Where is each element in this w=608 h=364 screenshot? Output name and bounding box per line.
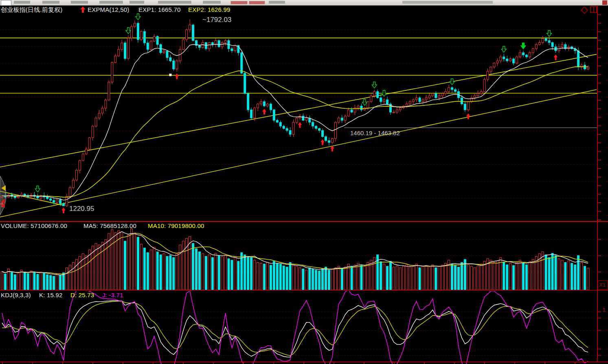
volume-bar	[244, 255, 246, 290]
volume-bar	[257, 263, 259, 290]
low-annotation: 1220.95	[69, 205, 94, 213]
volume-bar	[131, 229, 133, 290]
sell-signal-arrow-icon	[136, 14, 140, 20]
candle-body	[56, 200, 58, 202]
volume-bar	[532, 259, 534, 290]
volume-bar	[406, 265, 408, 290]
candle-body	[561, 44, 563, 47]
x1-badge[interactable]: X1	[599, 282, 606, 288]
volume-bar	[137, 237, 139, 290]
candle-body	[166, 51, 168, 57]
indicator-line	[2, 44, 588, 200]
volume-bar	[513, 265, 515, 290]
candle-body	[82, 154, 84, 160]
volume-bar	[101, 242, 103, 290]
candle-body	[121, 43, 123, 49]
candle-body	[140, 31, 142, 39]
volume-bar	[322, 269, 324, 290]
volume-bars[interactable]	[1, 229, 589, 290]
candle-body	[189, 25, 191, 30]
volume-bar	[234, 257, 236, 290]
candle-body	[399, 108, 401, 110]
trend-line[interactable]	[0, 90, 597, 217]
volume-bar	[496, 261, 498, 290]
candle-body	[496, 61, 498, 63]
buy-signal-arrow-icon	[466, 114, 470, 119]
candle-body	[435, 94, 437, 98]
trend-line[interactable]	[0, 191, 64, 206]
candle-body	[72, 180, 74, 187]
volume-bar	[17, 273, 19, 290]
candle-body	[14, 196, 16, 197]
chart-canvas[interactable]	[0, 0, 608, 364]
volume-bar	[224, 255, 226, 290]
volume-bar	[263, 264, 265, 290]
volume-bar	[108, 233, 110, 290]
candle-body	[370, 96, 372, 101]
volume-bar	[105, 239, 107, 290]
volume-bar	[173, 257, 175, 290]
candle-body	[92, 126, 94, 138]
candle-body	[542, 39, 544, 43]
volume-bar	[166, 257, 168, 290]
volume-bar	[506, 265, 508, 290]
volume-bar	[325, 267, 327, 290]
candle-body	[169, 57, 171, 61]
volume-bar	[334, 268, 336, 290]
candle-body	[192, 25, 194, 41]
volume-bar	[555, 256, 557, 290]
volume-bar	[192, 243, 194, 290]
volume-bar	[69, 265, 71, 290]
kdj-label: KDJ(9,3,3)	[1, 292, 31, 298]
volume-bar	[503, 263, 505, 290]
candle-body	[95, 118, 97, 126]
candle-body	[266, 104, 268, 106]
volume-bar	[59, 275, 61, 290]
volume-bar	[351, 266, 353, 290]
volume-bar	[205, 257, 207, 290]
volume-bar	[571, 263, 573, 290]
volume-bar	[147, 252, 149, 290]
volume-bar	[43, 273, 45, 290]
candles[interactable]	[1, 19, 589, 207]
volume-bar	[302, 269, 304, 290]
candle-body	[50, 199, 52, 200]
candle-body	[522, 53, 524, 55]
volume-bar	[24, 272, 26, 290]
volume-bar	[561, 260, 563, 290]
candle-body	[448, 88, 450, 92]
volume-bar	[493, 263, 495, 290]
volume-bar	[438, 266, 440, 290]
volume-bar	[516, 263, 518, 290]
volume-bar	[577, 256, 579, 290]
volume-bar	[286, 267, 288, 290]
volume-bar	[140, 244, 142, 290]
candle-body	[529, 53, 531, 57]
candle-body	[205, 42, 207, 48]
diamond-icon[interactable]	[581, 7, 588, 13]
volume-bar	[422, 266, 424, 290]
volume-bar	[254, 260, 256, 290]
candle-body	[477, 94, 479, 96]
volume-bar	[328, 270, 330, 290]
candle-body	[406, 104, 408, 106]
quick-nav-widget[interactable]	[0, 176, 6, 215]
volume-bar	[367, 263, 369, 290]
volume-bar	[231, 260, 233, 290]
candle-body	[373, 92, 375, 96]
volume-bar	[477, 265, 479, 290]
candle-body	[85, 149, 87, 154]
volume-bar	[176, 254, 178, 290]
candle-body	[244, 73, 246, 94]
volume-bar	[14, 275, 16, 290]
candle-body	[211, 42, 213, 44]
candle-body	[273, 110, 275, 121]
candle-body	[114, 56, 116, 62]
candle-body	[289, 130, 291, 134]
volume-bar	[344, 267, 346, 290]
volume-bar	[383, 264, 385, 290]
volume-bar	[98, 245, 100, 290]
candle-body	[545, 39, 547, 41]
candle-body	[538, 42, 540, 44]
kdj-lines[interactable]	[2, 288, 588, 364]
